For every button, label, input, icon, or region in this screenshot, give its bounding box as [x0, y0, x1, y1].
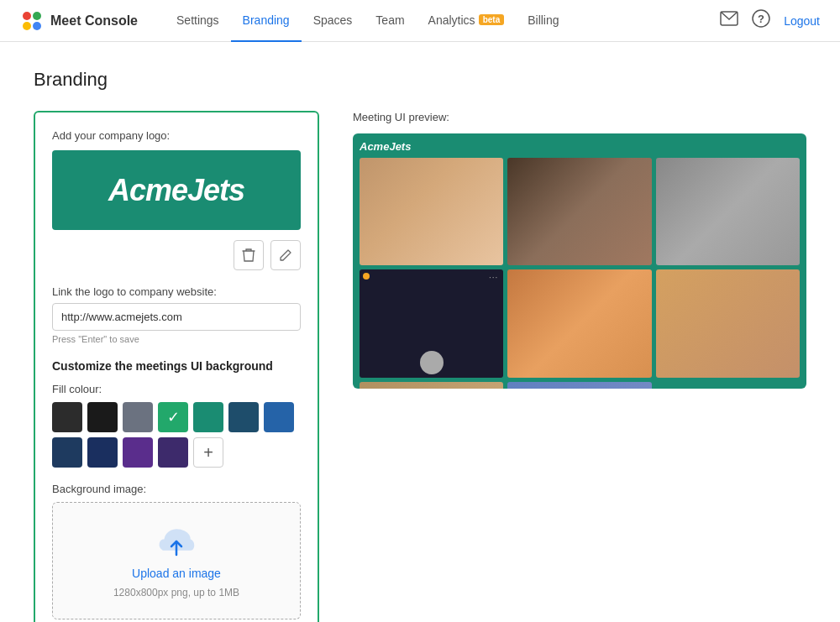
logout-button[interactable]: Logout [784, 14, 820, 28]
fill-label: Fill colour: [52, 383, 301, 395]
mail-icon [720, 11, 738, 26]
navbar-right: ? Logout [720, 9, 820, 32]
color-swatches: ✓ + [52, 402, 301, 468]
customize-title: Customize the meetings UI background [52, 359, 301, 373]
video-cell-1 [360, 158, 503, 265]
pencil-icon [279, 248, 292, 262]
person4-avatar [420, 351, 444, 374]
person4-dots: ··· [489, 273, 498, 282]
video-cell-6 [656, 269, 800, 377]
color-swatch-4[interactable]: ✓ [158, 402, 188, 432]
nav-item-settings[interactable]: Settings [165, 0, 231, 42]
upload-icon [155, 523, 198, 560]
svg-point-0 [23, 12, 31, 20]
preview-label: Meeting UI preview: [353, 111, 806, 123]
logo-text: AcmeJets [108, 173, 244, 208]
logo-actions [52, 240, 301, 270]
beta-badge: beta [479, 14, 505, 25]
trash-icon [242, 248, 255, 263]
help-icon: ? [752, 9, 770, 28]
meet-logo-icon [20, 9, 44, 33]
color-swatch-8[interactable] [52, 437, 82, 468]
color-swatch-11[interactable] [158, 437, 188, 468]
logo-link-input[interactable] [52, 303, 301, 331]
app-logo[interactable]: Meet Console [20, 9, 138, 33]
color-swatch-1[interactable] [52, 402, 82, 432]
color-swatch-3[interactable] [123, 402, 153, 432]
meeting-preview: AcmeJets ··· [353, 133, 806, 389]
svg-text:?: ? [758, 13, 764, 25]
video-cell-7 [360, 382, 503, 389]
branding-panel: Add your company logo: AcmeJets Link the… [34, 111, 319, 622]
bg-image-label: Background image: [52, 483, 301, 495]
upload-area[interactable]: Upload an image 1280x800px png, up to 1M… [52, 502, 301, 619]
link-hint: Press "Enter" to save [52, 334, 301, 344]
link-label: Link the logo to company website: [52, 285, 301, 298]
video-cell-8 [507, 382, 651, 389]
color-swatch-2[interactable] [87, 402, 118, 432]
nav-item-billing[interactable]: Billing [516, 0, 570, 42]
preview-logo-text: AcmeJets [360, 140, 800, 153]
nav-item-spaces[interactable]: Spaces [302, 0, 365, 42]
video-cell-3 [656, 158, 800, 265]
color-swatch-10[interactable] [123, 437, 153, 468]
svg-point-2 [23, 22, 31, 30]
video-cell-2 [507, 158, 651, 265]
nav-item-team[interactable]: Team [364, 0, 416, 42]
page-title: Branding [34, 69, 806, 91]
upload-hint-text: 1280x800px png, up to 1MB [113, 587, 239, 598]
color-swatch-7[interactable] [264, 402, 294, 432]
add-color-button[interactable]: + [193, 437, 223, 468]
svg-point-1 [33, 12, 41, 20]
mail-icon-btn[interactable] [720, 11, 738, 30]
video-cell-5 [507, 269, 651, 377]
video-cell-4: ··· [360, 269, 503, 377]
app-name: Meet Console [50, 13, 138, 29]
preview-panel: Meeting UI preview: AcmeJets ··· [353, 111, 806, 622]
page-content: Branding Add your company logo: AcmeJets [0, 42, 840, 622]
delete-logo-button[interactable] [234, 240, 264, 270]
edit-logo-button[interactable] [270, 240, 301, 270]
nav-item-analytics[interactable]: Analytics beta [417, 0, 517, 42]
navbar: Meet Console Settings Branding Spaces Te… [0, 0, 840, 42]
svg-point-3 [33, 22, 41, 30]
upload-link-text: Upload an image [132, 567, 221, 580]
color-swatch-5[interactable] [193, 402, 223, 432]
color-swatch-6[interactable] [228, 402, 259, 432]
content-area: Add your company logo: AcmeJets Link the… [34, 111, 806, 622]
help-icon-btn[interactable]: ? [752, 9, 770, 32]
logo-section-label: Add your company logo: [52, 129, 301, 142]
logo-display: AcmeJets [52, 150, 301, 230]
color-swatch-9[interactable] [87, 437, 118, 468]
nav-item-branding[interactable]: Branding [231, 0, 302, 42]
nav-links: Settings Branding Spaces Team Analytics … [165, 0, 720, 42]
video-grid: ··· [360, 158, 800, 389]
person4-dot [363, 273, 370, 280]
